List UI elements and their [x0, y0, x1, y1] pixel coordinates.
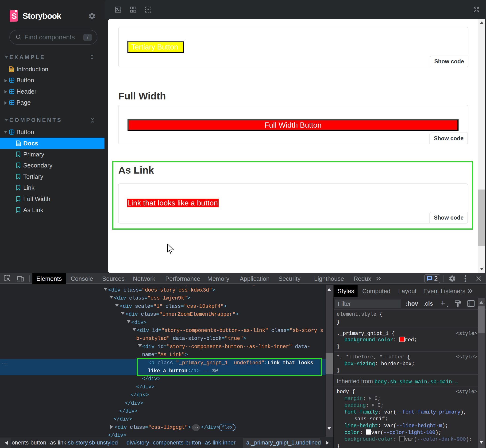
svg-text:S: S — [11, 11, 17, 20]
